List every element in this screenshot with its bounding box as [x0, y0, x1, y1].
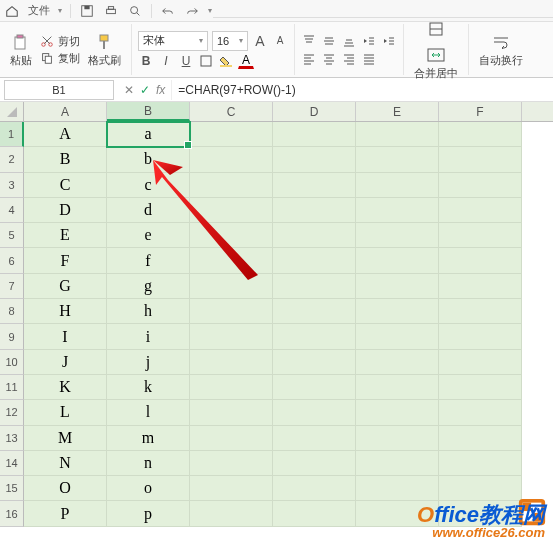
cell[interactable]	[439, 324, 522, 349]
cell[interactable]	[439, 248, 522, 273]
row-header[interactable]: 4	[0, 198, 24, 223]
cell[interactable]	[356, 223, 439, 248]
file-menu[interactable]: 文件	[28, 3, 50, 18]
row-header[interactable]: 1	[0, 122, 24, 147]
col-header-d[interactable]: D	[273, 102, 356, 121]
cell[interactable]	[356, 122, 439, 147]
cell[interactable]: p	[107, 501, 190, 526]
cell[interactable]	[356, 350, 439, 375]
row-header[interactable]: 7	[0, 274, 24, 299]
cell[interactable]	[190, 375, 273, 400]
cell[interactable]	[439, 198, 522, 223]
col-header-e[interactable]: E	[356, 102, 439, 121]
underline-button[interactable]: U	[178, 53, 194, 69]
indent-increase-icon[interactable]	[381, 33, 397, 49]
cell[interactable]	[273, 451, 356, 476]
cell[interactable]	[273, 173, 356, 198]
italic-button[interactable]: I	[158, 53, 174, 69]
cell[interactable]	[439, 223, 522, 248]
cell[interactable]: l	[107, 400, 190, 425]
print-preview-icon[interactable]	[127, 3, 143, 19]
cell[interactable]	[273, 476, 356, 501]
cancel-icon[interactable]: ✕	[124, 83, 134, 97]
cell[interactable]	[273, 400, 356, 425]
cell[interactable]	[356, 451, 439, 476]
cell[interactable]	[190, 299, 273, 324]
cell[interactable]	[190, 173, 273, 198]
cell[interactable]	[273, 122, 356, 147]
cell[interactable]	[273, 223, 356, 248]
font-size-select[interactable]: 16▾	[212, 31, 248, 51]
cell[interactable]	[273, 350, 356, 375]
cell[interactable]	[273, 299, 356, 324]
border-button[interactable]	[198, 53, 214, 69]
cell[interactable]: G	[24, 274, 107, 299]
format-painter-button[interactable]: 格式刷	[84, 30, 125, 70]
cell[interactable]	[356, 274, 439, 299]
col-header-b[interactable]: B	[107, 102, 190, 121]
cell[interactable]	[356, 173, 439, 198]
cell[interactable]	[190, 122, 273, 147]
cell[interactable]: I	[24, 324, 107, 349]
cell[interactable]	[190, 324, 273, 349]
cell[interactable]: K	[24, 375, 107, 400]
formula-bar[interactable]: =CHAR(97+ROW()-1)	[171, 80, 553, 100]
font-color-button[interactable]: A	[238, 53, 254, 69]
col-header-a[interactable]: A	[24, 102, 107, 121]
cell[interactable]	[190, 350, 273, 375]
cut-button[interactable]: 剪切	[40, 34, 80, 49]
cell[interactable]: j	[107, 350, 190, 375]
col-header-c[interactable]: C	[190, 102, 273, 121]
accept-icon[interactable]: ✓	[140, 83, 150, 97]
cell[interactable]	[439, 501, 522, 526]
cell[interactable]	[190, 476, 273, 501]
cell[interactable]: c	[107, 173, 190, 198]
cell[interactable]: C	[24, 173, 107, 198]
cell[interactable]	[356, 198, 439, 223]
cell[interactable]	[190, 426, 273, 451]
cell[interactable]	[273, 248, 356, 273]
cell[interactable]	[273, 147, 356, 172]
cell[interactable]	[356, 248, 439, 273]
cell[interactable]: M	[24, 426, 107, 451]
cell[interactable]: D	[24, 198, 107, 223]
fill-color-button[interactable]	[218, 53, 234, 69]
cell[interactable]: o	[107, 476, 190, 501]
chevron-down-icon[interactable]: ▾	[58, 6, 62, 15]
cell[interactable]	[356, 400, 439, 425]
cell[interactable]	[356, 501, 439, 526]
cell[interactable]	[439, 400, 522, 425]
paste-button[interactable]: 粘贴	[6, 30, 36, 70]
cell[interactable]	[273, 501, 356, 526]
redo-icon[interactable]	[184, 3, 200, 19]
cell[interactable]	[273, 274, 356, 299]
align-middle-icon[interactable]	[321, 33, 337, 49]
cell[interactable]	[190, 501, 273, 526]
cell[interactable]	[190, 400, 273, 425]
chevron-down-icon[interactable]: ▾	[208, 6, 212, 15]
wrap-text-button[interactable]: 自动换行	[475, 30, 527, 70]
align-center-icon[interactable]	[321, 51, 337, 67]
fx-icon[interactable]: fx	[156, 83, 165, 97]
align-left-icon[interactable]	[301, 51, 317, 67]
cell[interactable]	[190, 223, 273, 248]
row-header[interactable]: 14	[0, 451, 24, 476]
cell[interactable]: H	[24, 299, 107, 324]
row-header[interactable]: 10	[0, 350, 24, 375]
cell[interactable]	[439, 173, 522, 198]
row-header[interactable]: 9	[0, 324, 24, 349]
undo-icon[interactable]	[160, 3, 176, 19]
cell[interactable]: e	[107, 223, 190, 248]
indent-decrease-icon[interactable]	[361, 33, 377, 49]
increase-font-icon[interactable]: A	[252, 33, 268, 49]
home-icon[interactable]	[4, 3, 20, 19]
cell[interactable]	[439, 299, 522, 324]
cell[interactable]: h	[107, 299, 190, 324]
cell[interactable]	[190, 451, 273, 476]
row-header[interactable]: 5	[0, 223, 24, 248]
cell[interactable]	[439, 426, 522, 451]
col-header-f[interactable]: F	[439, 102, 522, 121]
justify-icon[interactable]	[361, 51, 377, 67]
cell[interactable]	[356, 375, 439, 400]
font-name-select[interactable]: 宋体▾	[138, 31, 208, 51]
